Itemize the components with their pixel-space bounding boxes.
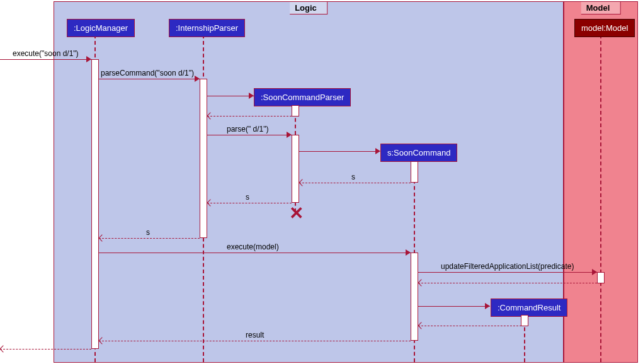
participant-commandresult: :CommandResult bbox=[491, 299, 567, 317]
arrowhead-create-sc bbox=[375, 148, 380, 154]
label-return-s1: s bbox=[351, 173, 355, 181]
participant-sooncommandparser: :SoonCommandParser bbox=[254, 88, 351, 106]
activation-sooncommand-2 bbox=[411, 253, 418, 341]
arrow-create-scp bbox=[207, 96, 254, 96]
arrowhead-return-out bbox=[0, 345, 7, 352]
arrowhead-updatefiltered bbox=[592, 269, 597, 275]
arrow-parse bbox=[207, 135, 292, 135]
frame-model-label: Model bbox=[581, 2, 621, 14]
frame-logic-label: Logic bbox=[290, 2, 327, 14]
arrow-execute-in bbox=[0, 59, 91, 60]
arrowhead-create-scp bbox=[249, 93, 254, 99]
arrow-updatefiltered bbox=[418, 272, 597, 273]
label-return-s3: s bbox=[146, 228, 150, 237]
activation-model bbox=[597, 272, 605, 283]
activation-internshipparser bbox=[200, 79, 207, 238]
label-parse: parse(" d/1") bbox=[227, 125, 269, 134]
arrowhead-parsecommand bbox=[195, 76, 200, 82]
arrow-return-model bbox=[418, 283, 597, 283]
arrowhead-create-cr bbox=[485, 303, 490, 309]
arrow-executemodel bbox=[99, 253, 411, 253]
participant-model: model:Model bbox=[574, 19, 635, 37]
activation-sooncommand-1 bbox=[411, 161, 418, 183]
arrow-return-s3 bbox=[99, 238, 200, 239]
arrow-return-scp-create bbox=[207, 116, 292, 117]
activation-commandresult bbox=[521, 315, 528, 326]
participant-sooncommand: s:SoonCommand bbox=[380, 144, 457, 162]
label-updatefiltered: updateFilteredApplicationList(predicate) bbox=[441, 262, 574, 271]
label-return-s2: s bbox=[246, 193, 249, 202]
label-execute-in: execute("soon d/1") bbox=[13, 49, 79, 58]
lifeline-model bbox=[600, 35, 601, 362]
activation-logicmanager bbox=[91, 59, 99, 349]
arrow-parsecommand bbox=[99, 79, 200, 79]
arrowhead-parse bbox=[287, 132, 292, 138]
activation-sooncommandparser-2 bbox=[292, 135, 299, 203]
arrow-create-sc bbox=[299, 151, 380, 152]
arrowhead-execute-in bbox=[86, 56, 91, 62]
label-executemodel: execute(model) bbox=[227, 242, 279, 251]
label-result: result bbox=[246, 331, 264, 339]
participant-logicmanager: :LogicManager bbox=[67, 19, 135, 37]
arrow-result bbox=[99, 341, 411, 341]
activation-sooncommandparser-1 bbox=[292, 105, 299, 117]
destroy-sooncommandparser: ✕ bbox=[289, 203, 304, 224]
sequence-diagram: Logic Model :LogicManager :InternshipPar… bbox=[0, 0, 643, 364]
arrow-return-s2 bbox=[207, 203, 292, 203]
participant-internshipparser: :InternshipParser bbox=[169, 19, 245, 37]
arrow-create-cr bbox=[418, 306, 490, 307]
arrow-return-s1 bbox=[299, 183, 411, 183]
arrow-return-out bbox=[0, 349, 91, 350]
arrow-return-cr bbox=[418, 326, 521, 326]
label-parsecommand: parseCommand("soon d/1") bbox=[101, 69, 194, 77]
arrowhead-executemodel bbox=[406, 249, 411, 256]
